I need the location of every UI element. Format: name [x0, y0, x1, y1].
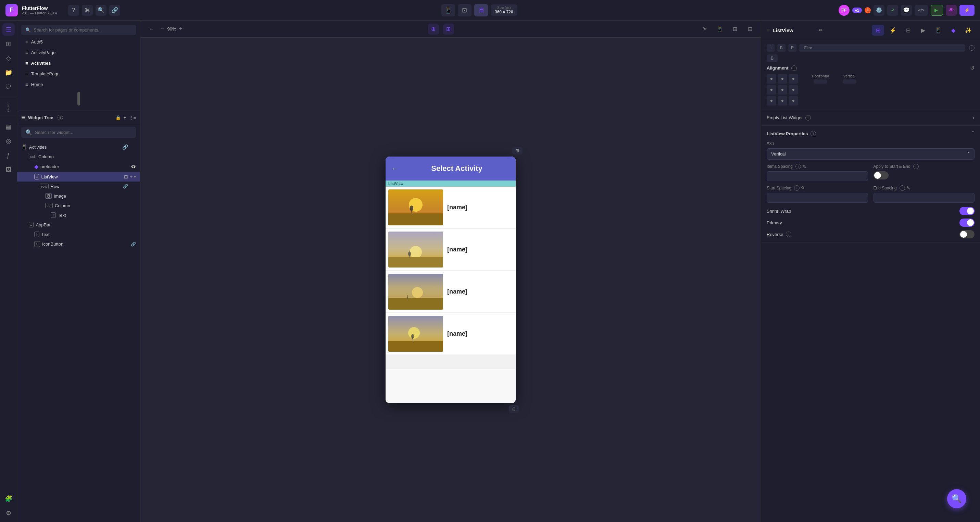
add-action[interactable]: +	[130, 154, 132, 159]
empty-list-widget-row[interactable]: Empty List Widget i ›	[761, 110, 980, 126]
edit-title-icon[interactable]: ✏	[819, 27, 823, 33]
pages-icon[interactable]: ☰	[2, 23, 15, 36]
run-btn[interactable]: ⚡	[959, 5, 975, 16]
add-widget-icon[interactable]: +	[124, 115, 126, 120]
phone-back-btn[interactable]: ←	[391, 165, 398, 173]
items-spacing-edit-icon[interactable]: ✎	[802, 164, 807, 169]
chat-icon[interactable]: 💬	[901, 5, 912, 16]
empty-list-chevron[interactable]: ›	[972, 114, 975, 121]
more-action[interactable]: ▾	[134, 154, 136, 159]
reverse-toggle[interactable]	[959, 230, 975, 239]
add-action[interactable]: +	[130, 174, 132, 179]
r-btn[interactable]: R	[788, 44, 797, 52]
fab-search[interactable]: 🔍	[947, 489, 966, 508]
user-avatar[interactable]: FF	[838, 5, 850, 16]
start-spacing-edit-icon[interactable]: ✎	[801, 185, 805, 191]
page-item-activities[interactable]: ≡ Activities	[21, 58, 136, 68]
start-spacing-input[interactable]	[767, 193, 868, 203]
magic-tab[interactable]: ✨	[962, 25, 975, 36]
list-item[interactable]: [name]	[385, 313, 516, 355]
link-icon[interactable]: 🔗	[109, 5, 120, 16]
axis-dropdown[interactable]: Vertical ˅	[767, 148, 975, 160]
align-bot-center[interactable]	[778, 96, 787, 105]
mobile-device-btn[interactable]: 📱	[441, 4, 455, 16]
preview-btn[interactable]: ▶	[931, 5, 943, 16]
align-mid-left[interactable]	[767, 85, 776, 94]
check-icon[interactable]: ✓	[887, 5, 898, 16]
help-icon[interactable]: ?	[68, 5, 79, 16]
end-spacing-edit-icon[interactable]: ✎	[906, 185, 910, 191]
more-action[interactable]: ▾	[134, 222, 136, 227]
components-icon[interactable]: ⊞	[2, 38, 15, 50]
canvas-settings-btn[interactable]: ☀	[699, 24, 710, 35]
list-item[interactable]: [name]	[385, 271, 516, 312]
responsive-btn[interactable]: 📱	[714, 24, 725, 35]
list-item[interactable]: [name]	[385, 187, 516, 228]
l-btn[interactable]: L	[767, 44, 775, 52]
add-action[interactable]: +	[130, 184, 132, 189]
horizontal-input[interactable]	[814, 80, 827, 84]
gear-icon[interactable]: ⚙	[2, 507, 15, 519]
widget-tree-info[interactable]: i	[57, 115, 63, 120]
align-top-right[interactable]	[789, 74, 798, 84]
database-icon[interactable]: ▦	[2, 121, 15, 133]
apply-start-end-toggle[interactable]	[873, 171, 889, 180]
alignment-info[interactable]: i	[791, 65, 797, 71]
more-action[interactable]: ▾	[134, 184, 136, 189]
desktop-device-btn[interactable]: 🖥	[474, 4, 488, 16]
assets-icon[interactable]: ◇	[2, 52, 15, 64]
align-top-left[interactable]	[767, 74, 776, 84]
align-mid-right[interactable]	[789, 85, 798, 94]
zoom-out-btn[interactable]: −	[161, 25, 165, 33]
extensions-icon[interactable]: 🧩	[2, 493, 15, 505]
items-spacing-info[interactable]: i	[795, 164, 801, 169]
back-btn[interactable]: ←	[146, 24, 157, 35]
tree-item-text2[interactable]: T Text	[17, 229, 140, 239]
items-spacing-input[interactable]	[767, 171, 868, 181]
lock-icon[interactable]: 🔒	[115, 115, 121, 120]
tree-item-row[interactable]: row Row 🔗 + ▾	[17, 181, 140, 191]
primary-toggle[interactable]	[959, 218, 975, 227]
tree-item-appbar[interactable]: ≡ AppBar ▾	[17, 220, 140, 229]
apply-start-info[interactable]: i	[913, 164, 919, 169]
page-item-auth5[interactable]: ≡ Auth5	[21, 37, 136, 47]
page-item-activitypage[interactable]: ≡ ActivityPage	[21, 47, 136, 58]
search-icon[interactable]: 🔍	[95, 5, 107, 16]
add-action[interactable]: +	[130, 145, 132, 150]
shrink-wrap-toggle[interactable]	[959, 207, 975, 215]
shield-icon[interactable]: 🛡	[2, 81, 15, 93]
tree-item-listview[interactable]: ≡ ListView ⊞ + ▾	[17, 172, 140, 181]
more-action[interactable]: ▾	[134, 145, 136, 150]
b-btn[interactable]: B	[767, 54, 778, 62]
add-widget-canvas-btn[interactable]: ⊕	[428, 24, 439, 35]
tree-item-column2[interactable]: col Column + ▾	[17, 201, 140, 210]
more-action[interactable]: ▾	[134, 203, 136, 208]
more-icon[interactable]: ⋮≡	[129, 115, 136, 120]
more-action[interactable]: ▾	[134, 174, 136, 179]
widget-search-input[interactable]	[35, 130, 132, 135]
layout-tab[interactable]: ⊟	[902, 25, 914, 36]
tree-item-image[interactable]: 🖼 Image	[17, 191, 140, 201]
flex-info-icon[interactable]: i	[969, 45, 975, 51]
lp-collapse-btn[interactable]: ˅	[971, 130, 975, 137]
page-item-home[interactable]: ≡ Home	[21, 79, 136, 90]
start-spacing-info[interactable]: i	[794, 185, 800, 191]
properties-tab[interactable]: ⊞	[872, 25, 884, 36]
align-bot-left[interactable]	[767, 96, 776, 105]
diamond-tab[interactable]: ◆	[947, 25, 959, 36]
end-spacing-input[interactable]	[873, 193, 975, 203]
responsive-tab[interactable]: 📱	[932, 25, 944, 36]
tree-item-preloader[interactable]: ◆ preloader 👁‍🗨	[17, 161, 140, 172]
command-icon[interactable]: ⌘	[82, 5, 93, 16]
empty-list-info[interactable]: i	[805, 115, 811, 121]
pages-search-input[interactable]	[33, 27, 132, 33]
lp-info[interactable]: i	[810, 131, 816, 136]
add-action[interactable]: +	[130, 203, 132, 208]
align-mid-center[interactable]	[778, 85, 787, 94]
page-item-templatepage[interactable]: ≡ TemplatePage	[21, 68, 136, 79]
tree-item-activities[interactable]: 📱 Activities 🔗 + ▾	[17, 142, 140, 152]
tree-item-column[interactable]: col Column + ▾	[17, 152, 140, 161]
functions-icon[interactable]: ƒ	[2, 150, 15, 162]
zoom-in-btn[interactable]: +	[179, 25, 183, 33]
align-bot-right[interactable]	[789, 96, 798, 105]
